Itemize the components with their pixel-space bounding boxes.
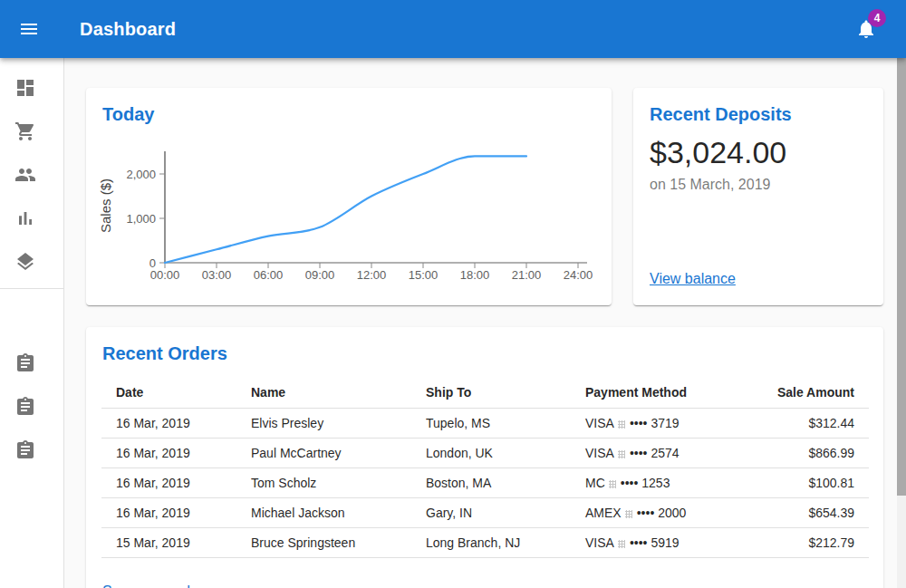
shopping-cart-icon [14, 120, 36, 142]
cell-ship-to: Tupelo, MS [411, 408, 571, 438]
cell-payment-method: VISA•••• 2574 [571, 438, 734, 468]
column-header-sale-amount: Sale Amount [734, 378, 869, 408]
cell-name: Paul McCartney [236, 438, 411, 468]
scrollbar-thumb[interactable] [897, 58, 906, 496]
bar-chart-icon [14, 207, 36, 229]
cell-payment-method: VISA•••• 5919 [571, 527, 734, 557]
cell-date: 16 Mar, 2019 [101, 497, 236, 527]
cell-sale-amount: $312.44 [734, 408, 869, 438]
cell-name: Tom Scholz [236, 468, 411, 497]
assignment-icon [14, 396, 36, 418]
cell-payment-method: AMEX•••• 2000 [571, 497, 734, 527]
missing-glyph-icon [625, 510, 632, 518]
sidebar-item-saved-report-1[interactable] [0, 342, 64, 385]
sidebar-item-dashboard[interactable] [0, 66, 64, 110]
svg-text:12:00: 12:00 [357, 268, 387, 282]
table-row: 16 Mar, 2019Michael JacksonGary, INAMEX•… [101, 497, 869, 527]
view-balance-link[interactable]: View balance [650, 271, 736, 287]
cell-payment-method: VISA•••• 3719 [571, 408, 734, 438]
deposits-card-title: Recent Deposits [650, 104, 792, 125]
cell-name: Elvis Presley [236, 408, 411, 438]
svg-text:06:00: 06:00 [254, 268, 284, 282]
deposit-amount: $3,024.00 [650, 135, 786, 170]
cell-date: 16 Mar, 2019 [101, 408, 236, 438]
cell-ship-to: Gary, IN [411, 497, 571, 527]
cell-ship-to: Boston, MA [411, 468, 571, 497]
svg-text:15:00: 15:00 [409, 268, 439, 282]
cell-ship-to: London, UK [411, 438, 571, 468]
cell-sale-amount: $866.99 [734, 438, 869, 468]
table-row: 15 Mar, 2019Bruce SpringsteenLong Branch… [101, 527, 869, 557]
orders-table-header-row: DateNameShip ToPayment MethodSale Amount [101, 378, 869, 408]
cell-date: 16 Mar, 2019 [101, 438, 236, 468]
column-header-name: Name [236, 378, 411, 408]
sidebar-item-orders[interactable] [0, 110, 64, 153]
table-row: 16 Mar, 2019Paul McCartneyLondon, UKVISA… [101, 438, 869, 468]
recent-deposits-card: Recent Deposits $3,024.00 on 15 March, 2… [633, 88, 883, 305]
cell-sale-amount: $100.81 [734, 468, 869, 497]
sidebar-item-reports[interactable] [0, 197, 64, 240]
svg-text:00:00: 00:00 [150, 268, 180, 282]
cell-date: 16 Mar, 2019 [101, 468, 236, 497]
svg-text:2,000: 2,000 [126, 168, 156, 181]
column-header-ship-to: Ship To [411, 378, 571, 408]
recent-orders-card: Recent Orders DateNameShip ToPayment Met… [86, 327, 883, 588]
menu-icon[interactable] [18, 18, 40, 40]
today-card: Today 00:0003:0006:0009:0012:0015:0018:0… [86, 88, 612, 305]
svg-text:03:00: 03:00 [202, 268, 232, 282]
cell-sale-amount: $654.39 [734, 497, 869, 527]
notifications-badge: 4 [868, 9, 886, 27]
sales-line-chart: 00:0003:0006:0009:0012:0015:0018:0021:00… [86, 88, 612, 305]
dashboard-icon [14, 77, 36, 99]
orders-table: DateNameShip ToPayment MethodSale Amount… [101, 378, 869, 558]
svg-text:24:00: 24:00 [564, 268, 593, 282]
layers-icon [14, 251, 36, 273]
svg-text:1,000: 1,000 [126, 212, 156, 226]
cell-payment-method: MC•••• 1253 [571, 468, 734, 497]
deposit-date: on 15 March, 2019 [650, 177, 770, 193]
svg-text:0: 0 [149, 256, 156, 270]
missing-glyph-icon [618, 540, 625, 548]
app-bar: Dashboard 4 [0, 0, 906, 58]
missing-glyph-icon [609, 480, 616, 488]
cell-date: 15 Mar, 2019 [101, 527, 236, 557]
see-more-orders-link[interactable]: See more orders [102, 583, 210, 588]
cell-name: Bruce Springsteen [236, 527, 411, 557]
column-header-payment-method: Payment Method [571, 378, 734, 408]
cell-name: Michael Jackson [236, 497, 411, 527]
sidebar-divider [0, 288, 64, 289]
column-header-date: Date [101, 378, 236, 408]
missing-glyph-icon [618, 450, 625, 458]
assignment-icon [14, 439, 36, 461]
assignment-icon [14, 352, 36, 374]
table-row: 16 Mar, 2019Elvis PresleyTupelo, MSVISA•… [101, 408, 869, 438]
cell-ship-to: Long Branch, NJ [411, 527, 571, 557]
missing-glyph-icon [618, 420, 625, 429]
sidebar [0, 58, 64, 588]
svg-text:09:00: 09:00 [305, 268, 335, 282]
svg-text:Sales ($): Sales ($) [98, 178, 113, 233]
table-row: 16 Mar, 2019Tom ScholzBoston, MAMC•••• 1… [101, 468, 869, 497]
sidebar-item-saved-report-3[interactable] [0, 429, 64, 472]
page-title: Dashboard [80, 0, 176, 58]
cell-sale-amount: $212.79 [734, 527, 869, 557]
svg-text:21:00: 21:00 [512, 268, 542, 282]
sidebar-item-saved-report-2[interactable] [0, 385, 64, 429]
orders-card-title: Recent Orders [102, 343, 227, 364]
sidebar-item-customers[interactable] [0, 153, 64, 197]
svg-text:18:00: 18:00 [460, 268, 490, 282]
sidebar-item-integrations[interactable] [0, 240, 64, 284]
people-icon [14, 164, 36, 186]
